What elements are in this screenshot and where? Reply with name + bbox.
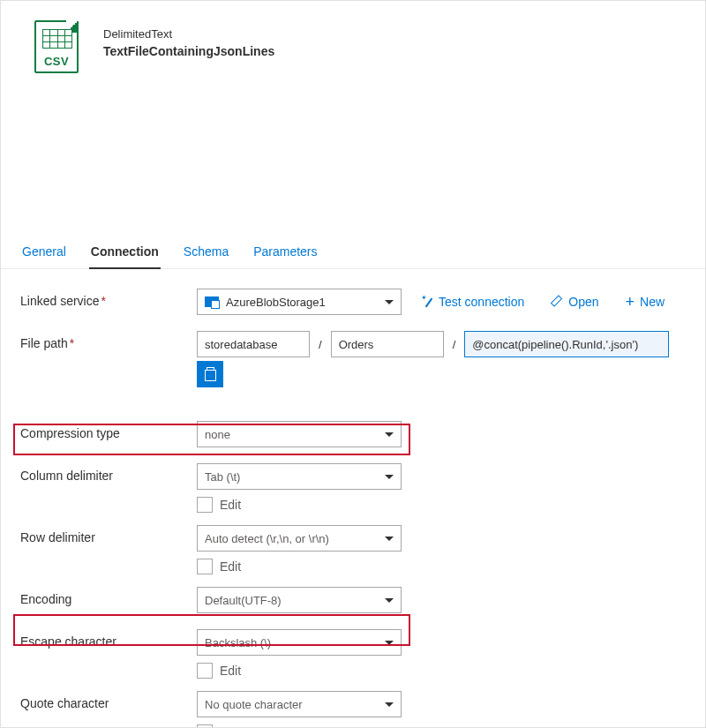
quote-character-select[interactable]: No quote character — [197, 691, 402, 717]
file-path-container-input[interactable] — [197, 331, 310, 357]
file-path-directory-input[interactable] — [331, 331, 444, 357]
chevron-down-icon — [385, 598, 394, 603]
row-delimiter-edit-checkbox[interactable] — [197, 559, 213, 574]
edit-label: Edit — [220, 664, 241, 678]
row-delimiter-label: Row delimiter — [20, 525, 197, 544]
chevron-down-icon — [385, 702, 394, 707]
csv-file-icon: CSV — [34, 20, 79, 73]
chevron-down-icon — [385, 300, 394, 304]
chevron-down-icon — [385, 537, 394, 541]
edit-label: Edit — [220, 498, 241, 512]
dataset-type: DelimitedText — [103, 27, 274, 41]
dataset-title: TextFileContainingJsonLines — [103, 44, 274, 58]
linked-service-label: Linked service* — [20, 289, 197, 308]
compression-label: Compression type — [20, 421, 197, 440]
tab-connection[interactable]: Connection — [89, 237, 161, 269]
chevron-down-icon — [385, 475, 394, 479]
tab-schema[interactable]: Schema — [182, 237, 230, 268]
test-connection-button[interactable]: Test connection — [416, 295, 530, 309]
linked-service-select[interactable]: AzureBlobStorage1 — [197, 289, 402, 315]
escape-character-edit-checkbox[interactable] — [197, 663, 213, 679]
trash-icon — [205, 368, 216, 381]
column-delimiter-select[interactable]: Tab (\t) — [197, 463, 402, 490]
edit-label: Edit — [220, 559, 241, 574]
tab-bar: General Connection Schema Parameters — [1, 237, 705, 269]
tab-general[interactable]: General — [20, 237, 68, 268]
column-delimiter-edit-checkbox[interactable] — [197, 497, 213, 513]
new-button[interactable]: + New — [620, 295, 671, 309]
escape-character-select[interactable]: Backslash (\) — [197, 629, 402, 656]
file-path-filename-input[interactable] — [464, 331, 669, 357]
path-separator: / — [447, 338, 462, 351]
pencil-icon — [551, 296, 563, 308]
plus-icon: + — [626, 296, 635, 308]
quote-character-edit-checkbox[interactable] — [197, 724, 213, 728]
column-delimiter-label: Column delimiter — [20, 463, 197, 483]
file-path-label: File path* — [20, 331, 197, 350]
row-delimiter-select[interactable]: Auto detect (\r,\n, or \r\n) — [197, 525, 402, 552]
encoding-select[interactable]: Default(UTF-8) — [197, 587, 402, 613]
compression-select[interactable]: none — [197, 421, 402, 447]
path-separator: / — [313, 338, 327, 351]
escape-character-label: Escape character — [20, 629, 197, 649]
delete-button[interactable] — [197, 361, 223, 387]
quote-character-label: Quote character — [20, 691, 197, 710]
wand-icon — [421, 296, 433, 308]
open-button[interactable]: Open — [545, 295, 604, 309]
chevron-down-icon — [385, 641, 394, 645]
csv-badge: CSV — [36, 55, 77, 68]
tab-parameters[interactable]: Parameters — [252, 237, 319, 268]
storage-icon — [205, 296, 219, 307]
encoding-label: Encoding — [20, 587, 197, 606]
chevron-down-icon — [385, 432, 394, 437]
